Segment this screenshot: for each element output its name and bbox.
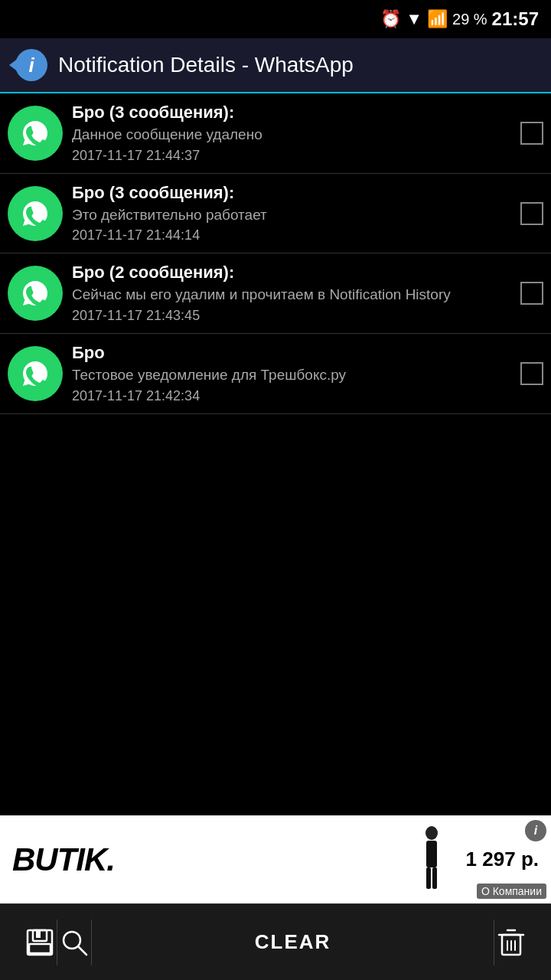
app-icon: i — [9, 46, 47, 84]
notification-timestamp: 2017-11-17 21:44:37 — [72, 148, 511, 164]
battery-percent: 29 % — [452, 11, 487, 28]
notification-title: Бро (2 сообщения): — [72, 263, 511, 283]
whatsapp-app-icon — [8, 266, 63, 321]
ad-info-button[interactable]: i — [525, 820, 546, 841]
notification-content: БроТестовое уведомление для Трешбокс.ру2… — [72, 343, 511, 404]
delete-icon — [494, 926, 528, 959]
notification-body: Тестовое уведомление для Трешбокс.ру — [72, 366, 511, 385]
search-button[interactable] — [57, 926, 91, 959]
svg-rect-5 — [426, 841, 437, 867]
ad-price-label: 1 297 р. — [466, 848, 539, 871]
notification-title: Бро — [72, 343, 511, 363]
notification-checkbox[interactable] — [520, 202, 543, 225]
wifi-icon: ▼ — [406, 9, 422, 29]
ad-brand-label: BUTIK. — [12, 841, 115, 878]
whatsapp-app-icon — [8, 106, 63, 161]
notification-body: Это действительно работает — [72, 206, 511, 225]
notification-timestamp: 2017-11-17 21:44:14 — [72, 227, 511, 243]
save-button[interactable] — [23, 926, 57, 959]
whatsapp-app-icon — [8, 186, 63, 241]
notification-timestamp: 2017-11-17 21:43:45 — [72, 308, 511, 324]
status-icons: ⏰ ▼ 📶 29 % 21:57 — [380, 8, 539, 30]
notification-content: Бро (3 сообщения):Данное сообщение удале… — [72, 103, 511, 164]
ad-banner[interactable]: BUTIK. 1 297 р. i О Компании — [0, 815, 551, 903]
save-icon — [23, 926, 57, 959]
notification-body: Данное сообщение удалено — [72, 126, 511, 145]
svg-rect-6 — [426, 867, 431, 889]
svg-rect-7 — [432, 867, 437, 889]
time-display: 21:57 — [492, 8, 539, 30]
notification-item-4[interactable]: БроТестовое уведомление для Трешбокс.ру2… — [0, 334, 551, 414]
svg-rect-11 — [29, 944, 51, 953]
svg-line-13 — [79, 946, 87, 955]
whatsapp-app-icon — [8, 346, 63, 401]
clear-button-area[interactable]: CLEAR — [92, 930, 494, 954]
search-icon — [57, 926, 91, 959]
delete-button[interactable] — [494, 926, 528, 959]
svg-rect-10 — [36, 930, 41, 938]
notification-item-2[interactable]: Бро (3 сообщения):Это действительно рабо… — [0, 174, 551, 254]
bottom-toolbar: CLEAR — [0, 903, 551, 980]
notification-title: Бро (3 сообщения): — [72, 183, 511, 203]
notification-content: Бро (3 сообщения):Это действительно рабо… — [72, 183, 511, 244]
ad-company-label[interactable]: О Компании — [477, 884, 546, 899]
notification-checkbox[interactable] — [520, 122, 543, 145]
notification-content: Бро (2 сообщения):Сейчас мы его удалим и… — [72, 263, 511, 324]
notification-checkbox[interactable] — [520, 362, 543, 385]
notification-title: Бро (3 сообщения): — [72, 103, 511, 122]
notification-item-1[interactable]: Бро (3 сообщения):Данное сообщение удале… — [0, 93, 551, 174]
page-title: Notification Details - WhatsApp — [58, 53, 354, 77]
clear-button-label[interactable]: CLEAR — [255, 930, 331, 954]
alarm-icon: ⏰ — [380, 9, 401, 29]
notification-list: Бро (3 сообщения):Данное сообщение удале… — [0, 93, 551, 414]
app-header: i Notification Details - WhatsApp — [0, 38, 551, 93]
status-bar: ⏰ ▼ 📶 29 % 21:57 — [0, 0, 551, 38]
signal-icon: 📶 — [427, 9, 448, 29]
notification-checkbox[interactable] — [520, 282, 543, 305]
notification-timestamp: 2017-11-17 21:42:34 — [72, 388, 511, 404]
notification-body: Сейчас мы его удалим и прочитаем в Notif… — [72, 286, 511, 305]
info-circle-icon: i — [15, 49, 47, 81]
ad-figure — [412, 825, 451, 894]
notification-item-3[interactable]: Бро (2 сообщения):Сейчас мы его удалим и… — [0, 253, 551, 334]
svg-point-4 — [425, 826, 438, 840]
